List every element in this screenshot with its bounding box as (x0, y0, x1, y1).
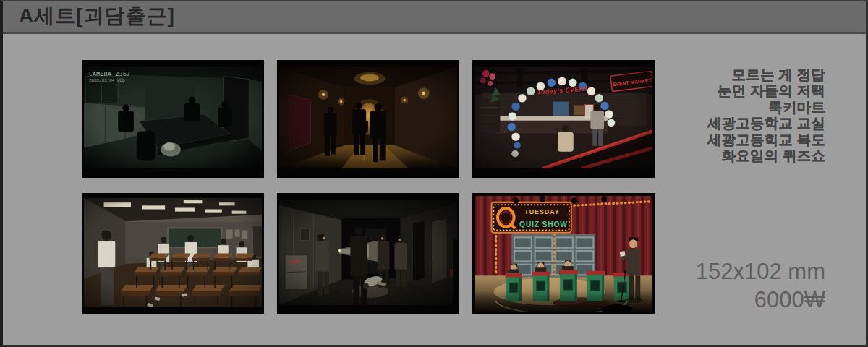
header-bar: A세트[괴담출근] (0, 0, 868, 34)
event-market-photo: Today's EVENT EVENT MARKET (475, 67, 652, 168)
mansion-hallway-art (279, 67, 457, 168)
product-info: 152x102 mm 6000₩ (696, 257, 825, 314)
quiz-sign-bottom-text: QUIZ SHOW (519, 219, 568, 228)
product-sheet: A세트[괴담출근] (0, 0, 868, 347)
cctv-room-art: CAMERA 2367 20XX/XX/04 WED (84, 67, 262, 168)
event-market-art: Today's EVENT EVENT MARKET (475, 67, 652, 168)
photo-thumbnail-quiz-show[interactable]: TUESDAY QUIZ SHOW (472, 193, 655, 314)
photo-thumbnail-mansion-hallway[interactable] (277, 60, 459, 178)
photo-thumbnail-event-market[interactable]: Today's EVENT EVENT MARKET (472, 60, 655, 178)
school-corridor-art (279, 200, 457, 305)
quiz-show-photo: TUESDAY QUIZ SHOW (475, 196, 652, 312)
school-corridor-photo (279, 200, 457, 305)
photo-title-1: 모르는 게 정답 (707, 67, 825, 82)
photo-thumbnail-classroom[interactable] (82, 193, 264, 314)
cctv-room-photo: CAMERA 2367 20XX/XX/04 WED (84, 67, 262, 168)
classroom-art (84, 198, 262, 307)
photo-title-4: 세광고등학교 교실 (707, 115, 825, 131)
product-price: 6000₩ (696, 286, 825, 314)
photo-title-6: 화요일의 퀴즈쇼 (707, 147, 825, 163)
product-size: 152x102 mm (696, 257, 825, 286)
cctv-timestamp-text: 20XX/XX/04 WED (89, 78, 125, 82)
photo-thumbnail-cctv-room[interactable]: CAMERA 2367 20XX/XX/04 WED (82, 60, 264, 178)
photo-thumbnail-school-corridor[interactable] (277, 193, 459, 314)
quiz-show-art: TUESDAY QUIZ SHOW (475, 196, 652, 312)
page-title: A세트[괴담출근] (19, 2, 175, 30)
photo-title-5: 세광고등힉교 복도 (707, 132, 825, 147)
classroom-photo (84, 198, 262, 307)
photo-title-list: 모르는 게 정답 눈먼 자들의 저택 룩키마트 세광고등학교 교실 세광고등힉교… (707, 67, 825, 163)
cctv-camera-id-text: CAMERA 2367 (89, 71, 130, 77)
photo-title-2: 눈먼 자들의 저택 (707, 82, 825, 98)
photo-title-3: 룩키마트 (707, 99, 825, 115)
quiz-show-sign: TUESDAY QUIZ SHOW (492, 202, 571, 233)
mansion-hallway-photo (279, 67, 457, 168)
quiz-sign-top-text: TUESDAY (524, 207, 559, 216)
